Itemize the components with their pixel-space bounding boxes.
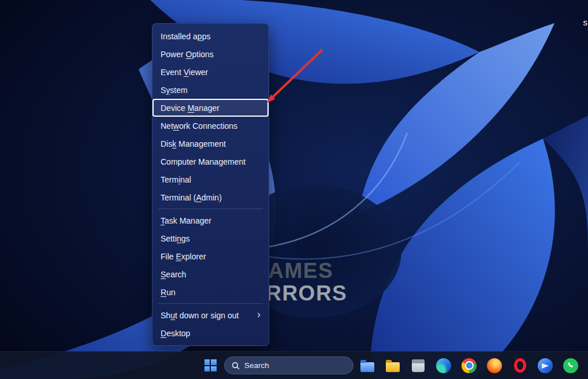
menu-item-power-options[interactable]: Power Options [152,45,269,63]
menu-item-disk-management[interactable]: Disk Management [152,135,269,153]
menu-item-label: Settings [161,234,190,243]
menu-item-label: Installed apps [161,32,210,41]
submenu-chevron-icon: › [257,309,260,321]
blue-app-icon[interactable] [534,354,557,377]
opera-icon[interactable] [508,354,531,377]
menu-item-label: Search [161,270,186,279]
menu-item-run[interactable]: Run [152,283,269,301]
menu-item-shut-down-or-sign-out[interactable]: Shut down or sign out › [152,306,269,324]
menu-item-label: Device Manager [161,103,219,113]
menu-item-label: Event Viewer [161,68,208,77]
menu-separator [158,209,263,209]
menu-item-file-explorer[interactable]: File Explorer [152,247,269,265]
edge-icon[interactable] [432,354,455,377]
menu-item-desktop[interactable]: Desktop [152,324,269,342]
yellow-folder-icon [386,362,400,372]
search-label: Search [244,361,269,370]
chrome-icon[interactable] [457,354,481,377]
firefox-icon[interactable] [483,354,506,377]
menu-item-device-manager[interactable]: Device Manager [152,99,269,117]
menu-item-label: Computer Management [161,157,245,166]
taskbar-items: Search [199,354,582,377]
search-icon [232,362,240,370]
menu-item-terminal-admin[interactable]: Terminal (Admin) [152,188,269,206]
menu-item-label: Terminal [161,175,191,184]
menu-item-label: Power Options [161,50,214,59]
package-icon[interactable] [407,354,430,377]
menu-item-label: File Explorer [161,252,206,261]
blue-folder-icon [360,362,374,372]
menu-item-system[interactable]: System [152,81,269,99]
wallpaper-image [0,0,588,379]
menu-item-label: Desktop [161,329,190,338]
menu-item-label: Run [161,288,176,297]
menu-item-label: Network Connections [161,121,237,131]
folder-icon[interactable] [381,354,404,377]
taskbar: Search [0,351,588,379]
phone-icon [563,358,578,373]
whatsapp-icon[interactable] [559,354,582,377]
corner-text: s [583,17,588,27]
menu-item-label: Shut down or sign out [161,311,239,320]
menu-item-settings[interactable]: Settings [152,229,269,247]
menu-item-label: System [161,86,188,95]
edge-swirl-icon [436,358,451,373]
menu-item-label: Disk Management [161,139,226,148]
start-button[interactable] [199,354,222,377]
menu-item-search[interactable]: Search [152,265,269,283]
menu-item-network-connections[interactable]: Network Connections [152,117,269,135]
menu-item-installed-apps[interactable]: Installed apps [152,27,269,45]
menu-item-terminal[interactable]: Terminal [152,170,269,188]
chrome-wheel-icon [462,358,477,373]
file-explorer-icon[interactable] [356,354,379,377]
menu-item-label: Terminal (Admin) [161,193,222,202]
menu-item-computer-management[interactable]: Computer Management [152,153,269,170]
opera-ring-icon [514,358,526,373]
box-icon [412,359,425,372]
blue-circle-icon [538,358,553,373]
menu-item-label: Task Manager [161,216,211,225]
menu-item-event-viewer[interactable]: Event Viewer [152,63,269,81]
windows-logo-icon [204,359,217,371]
menu-separator [158,303,263,304]
winx-menu: Installed apps Power Options Event Viewe… [152,23,269,346]
desktop: s GAMES ERRORS Installed apps Power Opti… [0,0,588,379]
search-box[interactable]: Search [224,356,353,374]
firefox-flame-icon [487,358,502,373]
menu-item-task-manager[interactable]: Task Manager [152,211,269,229]
